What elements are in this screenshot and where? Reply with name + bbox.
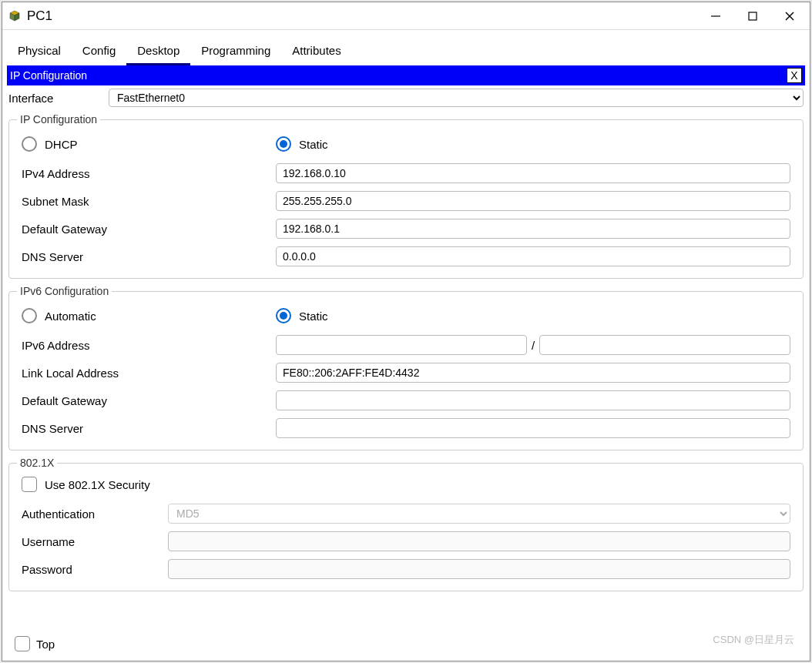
password-input (168, 559, 790, 579)
panel-title: IP Configuration (10, 69, 787, 82)
8021x-fieldset: 802.1X Use 802.1X Security Authenticatio… (8, 457, 804, 591)
tab-bar: Physical Config Desktop Programming Attr… (2, 30, 810, 65)
top-checkbox[interactable] (15, 636, 30, 651)
window-title: PC1 (27, 8, 708, 24)
subnet-mask-input[interactable] (276, 191, 790, 211)
8021x-legend: 802.1X (17, 457, 57, 469)
auth-label: Authentication (22, 507, 168, 521)
maximize-button[interactable] (745, 11, 760, 22)
ip-config-legend: IP Configuration (17, 113, 100, 126)
tab-config[interactable]: Config (72, 38, 126, 65)
ipv4-mode-row: DHCP Static (17, 129, 795, 159)
dns-server-input[interactable] (276, 246, 790, 266)
subnet-mask-label: Subnet Mask (22, 195, 276, 208)
panel-header: IP Configuration X (7, 65, 805, 85)
ipv6-dns-input[interactable] (276, 418, 790, 438)
svg-rect-4 (749, 12, 757, 20)
dns-server-label: DNS Server (22, 250, 276, 263)
dhcp-label: DHCP (45, 138, 78, 151)
default-gateway-input[interactable] (276, 219, 790, 239)
auth-select: MD5 (168, 504, 790, 524)
tab-physical[interactable]: Physical (7, 38, 72, 65)
ipv6-gateway-label: Default Gateway (22, 394, 276, 407)
app-window: PC1 Physical Config Desktop Programming … (2, 2, 810, 661)
interface-row: Interface FastEthernet0 (7, 85, 805, 110)
link-local-input[interactable] (276, 363, 790, 383)
username-input (168, 531, 790, 551)
default-gateway-label: Default Gateway (22, 223, 276, 236)
app-icon (8, 10, 21, 22)
ipv6-static-label: Static (299, 310, 328, 323)
content-area: IP Configuration X Interface FastEtherne… (2, 65, 810, 661)
interface-label: Interface (8, 92, 101, 105)
interface-select[interactable]: FastEthernet0 (109, 89, 804, 107)
ipv6-static-radio[interactable] (276, 308, 291, 323)
ip-config-fieldset: IP Configuration DHCP Static IPv4 Addres… (8, 113, 804, 279)
watermark: CSDN @日星月云 (713, 633, 794, 647)
use-8021x-checkbox[interactable] (22, 477, 37, 492)
ipv6-dns-label: DNS Server (22, 422, 276, 435)
ipv6-prefix-input[interactable] (539, 335, 790, 355)
tab-programming[interactable]: Programming (190, 38, 281, 65)
ipv6-gateway-input[interactable] (276, 390, 790, 410)
ipv6-address-input[interactable] (276, 335, 527, 355)
footer-bar: Top (7, 631, 805, 656)
ipv4-address-label: IPv4 Address (22, 167, 276, 180)
tab-desktop[interactable]: Desktop (126, 38, 190, 65)
tab-attributes[interactable]: Attributes (281, 38, 351, 65)
dhcp-radio[interactable] (22, 136, 37, 152)
close-window-button[interactable] (782, 11, 797, 22)
ipv4-address-input[interactable] (276, 163, 790, 183)
ipv6-config-legend: IPv6 Configuration (17, 285, 112, 297)
password-label: Password (22, 563, 168, 576)
ipv6-prefix-slash: / (532, 339, 535, 352)
ipv6-config-fieldset: IPv6 Configuration Automatic Static IPv6… (8, 285, 804, 450)
ipv6-mode-row: Automatic Static (17, 300, 795, 331)
titlebar: PC1 (2, 2, 810, 30)
link-local-label: Link Local Address (22, 367, 276, 380)
automatic-label: Automatic (45, 310, 96, 323)
static-radio[interactable] (276, 136, 291, 152)
minimize-button[interactable] (708, 11, 723, 22)
use-8021x-label: Use 802.1X Security (45, 478, 150, 491)
top-label: Top (36, 638, 55, 651)
window-controls (708, 11, 797, 22)
automatic-radio[interactable] (22, 308, 37, 323)
username-label: Username (22, 535, 168, 548)
panel-close-button[interactable]: X (787, 68, 802, 83)
ipv6-address-label: IPv6 Address (22, 339, 276, 352)
static-label: Static (299, 138, 328, 151)
